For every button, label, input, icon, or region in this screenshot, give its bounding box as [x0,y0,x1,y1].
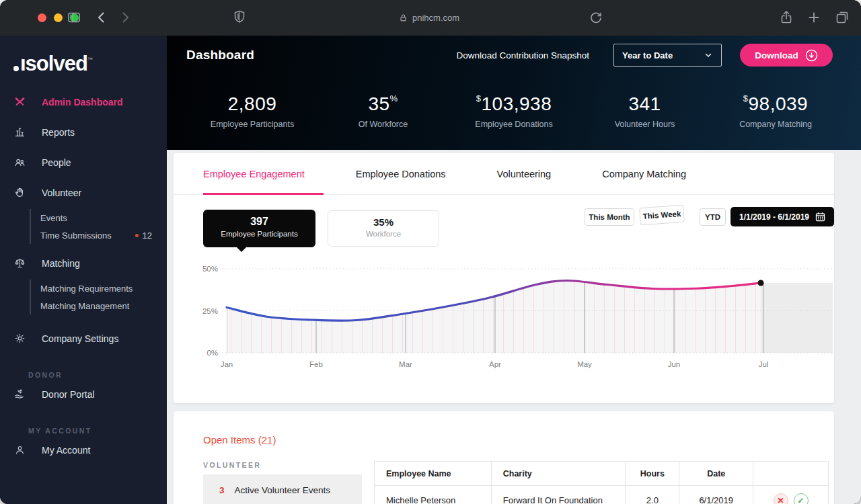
sidebar-nav: Admin Dashboard Reports People Volunteer [0,87,167,465]
reports-icon [13,126,26,138]
period-select[interactable]: Year to Date [613,44,722,67]
browser-chrome: pnihcm.com [0,0,861,36]
section-label-donor: DONOR [0,371,167,379]
tab-overview-icon[interactable] [834,9,850,26]
dashboard-header: Dashboard Download Contribution Snapshot… [167,36,861,150]
sub-item-label: Matching Requirements [40,284,133,294]
sub-item-label: Events [40,213,67,223]
filter-label: This Week [642,210,681,220]
cell-hours: 2.0 [626,486,679,504]
reload-icon[interactable] [588,9,604,26]
kpi-stats-row: 2,809 Employee Participants 35% Of Workf… [187,93,841,129]
sidebar-item-matching[interactable]: Matching [0,248,167,278]
open-items-table: Employee Name Charity Hours Date Michell… [374,461,829,504]
sidebar-item-label: Matching [42,258,80,269]
tab-label: Company Matching [602,169,686,179]
logo-text: ısolved [20,52,87,76]
sidebar-item-people[interactable]: People [0,147,167,177]
sidebar-item-label: Volunteer [42,187,81,198]
engagement-tabs: Employee Engagement Employee Donations V… [174,153,834,195]
volunteer-hand-icon [13,186,26,199]
table-row: Michelle Peterson Forward It On Foundati… [375,486,829,504]
stat-label: Company Matching [710,120,841,129]
workforce-stat-chip[interactable]: 35% Workforce [328,210,439,247]
stat-suffix: % [390,93,398,103]
cell-charity: Forward It On Foundation [491,486,626,504]
matching-scales-icon [13,257,26,269]
sub-item-label: Time Submissions [40,230,112,241]
sidebar-item-label: People [42,157,71,168]
window-minimize-button[interactable] [54,13,63,22]
sidebar-item-my-account[interactable]: My Account [0,435,167,465]
sidebar-item-time-submissions[interactable]: Time Submissions 12 [31,226,167,244]
download-button-label: Download [755,50,798,60]
new-tab-icon[interactable] [806,9,822,26]
period-select-value: Year to Date [622,50,673,60]
col-charity: Charity [491,462,626,486]
active-volunteer-events-item[interactable]: 3 Active Volunteer Events [203,474,362,504]
time-submissions-badge: 12 [135,230,152,241]
svg-text:25%: 25% [202,307,218,315]
approve-button[interactable]: ✓ [794,493,809,504]
date-range-value: 1/1/2019 - 6/1/2019 [739,212,809,222]
stat-employee-donations: $103,938 Employee Donations [449,93,579,129]
stat-prefix: $ [476,93,482,103]
svg-text:Jul: Jul [759,360,769,368]
tab-employee-donations[interactable]: Employee Donations [356,153,465,194]
filter-this-week-button[interactable]: This Week [639,205,685,226]
tab-volunteering[interactable]: Volunteering [497,153,570,194]
share-icon[interactable] [778,9,794,26]
tab-label: Volunteering [497,169,552,179]
participants-stat-chip[interactable]: 397 Employee Participants [203,210,315,247]
gear-icon [13,332,26,345]
stat-employee-participants: 2,809 Employee Participants [187,93,317,129]
svg-text:Jan: Jan [221,360,233,368]
sidebar-toggle-icon[interactable] [66,9,82,26]
col-employee-name: Employee Name [375,462,492,486]
calendar-icon [815,212,825,222]
engagement-area-chart: 50%25%0%JanFebMarAprMayJunJul [200,261,836,378]
isolved-logo: ısolved ™ [0,36,167,76]
chip-value: 397 [203,216,315,228]
donor-giving-hand-icon [13,388,26,401]
stat-value: 35 [368,93,389,114]
sidebar-item-matching-management[interactable]: Matching Management [31,297,167,314]
svg-text:Feb: Feb [309,360,323,368]
privacy-shield-icon[interactable] [231,9,248,25]
svg-text:50%: 50% [202,265,218,273]
sidebar-item-admin-dashboard[interactable]: Admin Dashboard [0,87,167,117]
matching-subnav: Matching Requirements Matching Managemen… [30,280,167,314]
engagement-card: Employee Engagement Employee Donations V… [174,153,834,403]
col-date: Date [679,462,753,486]
date-range-picker[interactable]: 1/1/2019 - 6/1/2019 [731,207,834,226]
snapshot-label: Download Contribution Snapshot [457,50,589,60]
sidebar-item-reports[interactable]: Reports [0,117,167,147]
sidebar-item-company-settings[interactable]: Company Settings [0,323,167,353]
sidebar-item-events[interactable]: Events [31,209,167,226]
filter-ytd-button[interactable]: YTD [700,208,726,226]
stat-label: Employee Donations [449,120,579,129]
chip-label: Employee Participants [203,230,315,238]
sidebar-item-matching-requirements[interactable]: Matching Requirements [31,280,167,297]
tab-company-matching[interactable]: Company Matching [602,153,705,194]
filter-this-month-button[interactable]: This Month [585,208,634,226]
logo-dot [13,66,19,71]
user-icon [13,444,26,456]
tab-label: Employee Donations [356,169,446,179]
stat-value: 98,039 [749,93,809,114]
back-button-icon[interactable] [93,9,110,26]
reject-button[interactable]: ✕ [774,493,788,504]
window-close-button[interactable] [38,13,46,22]
badge-count: 12 [143,230,152,241]
svg-text:Mar: Mar [399,360,412,368]
sidebar-item-donor-portal[interactable]: Donor Portal [0,379,167,409]
address-bar[interactable]: pnihcm.com [398,9,459,26]
download-button[interactable]: Download [740,44,833,67]
main-content: Dashboard Download Contribution Snapshot… [167,36,861,504]
tab-employee-engagement[interactable]: Employee Engagement [203,153,324,194]
sidebar-item-label: Reports [42,127,75,138]
volunteer-subnav: Events Time Submissions 12 [30,209,167,244]
forward-button-icon[interactable] [117,9,133,26]
logo-trademark: ™ [87,56,93,62]
sidebar-item-volunteer[interactable]: Volunteer [0,177,167,208]
